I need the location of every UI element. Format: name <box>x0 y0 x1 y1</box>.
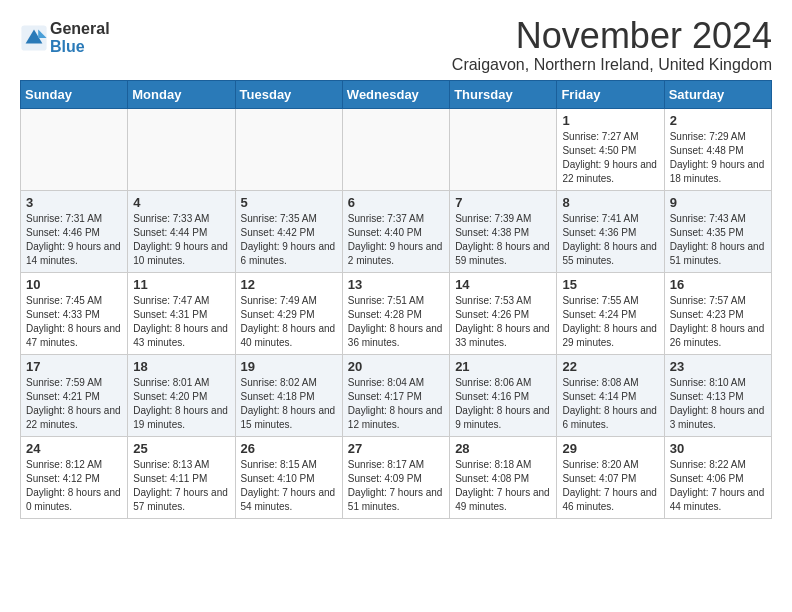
day-number: 2 <box>670 113 766 128</box>
table-row <box>128 108 235 190</box>
header: General Blue November 2024 Craigavon, No… <box>20 16 772 74</box>
table-row: 18Sunrise: 8:01 AM Sunset: 4:20 PM Dayli… <box>128 354 235 436</box>
title-block: November 2024 Craigavon, Northern Irelan… <box>452 16 772 74</box>
day-number: 27 <box>348 441 444 456</box>
table-row: 14Sunrise: 7:53 AM Sunset: 4:26 PM Dayli… <box>450 272 557 354</box>
day-number: 17 <box>26 359 122 374</box>
day-info: Sunrise: 7:49 AM Sunset: 4:29 PM Dayligh… <box>241 294 337 350</box>
table-row <box>342 108 449 190</box>
day-number: 18 <box>133 359 229 374</box>
day-info: Sunrise: 7:37 AM Sunset: 4:40 PM Dayligh… <box>348 212 444 268</box>
day-info: Sunrise: 8:13 AM Sunset: 4:11 PM Dayligh… <box>133 458 229 514</box>
day-info: Sunrise: 7:51 AM Sunset: 4:28 PM Dayligh… <box>348 294 444 350</box>
day-number: 19 <box>241 359 337 374</box>
logo-blue-text: Blue <box>50 38 110 56</box>
table-row: 30Sunrise: 8:22 AM Sunset: 4:06 PM Dayli… <box>664 436 771 518</box>
calendar-week-5: 24Sunrise: 8:12 AM Sunset: 4:12 PM Dayli… <box>21 436 772 518</box>
location-title: Craigavon, Northern Ireland, United King… <box>452 56 772 74</box>
day-number: 5 <box>241 195 337 210</box>
day-info: Sunrise: 8:08 AM Sunset: 4:14 PM Dayligh… <box>562 376 658 432</box>
table-row: 11Sunrise: 7:47 AM Sunset: 4:31 PM Dayli… <box>128 272 235 354</box>
day-number: 4 <box>133 195 229 210</box>
table-row: 2Sunrise: 7:29 AM Sunset: 4:48 PM Daylig… <box>664 108 771 190</box>
day-info: Sunrise: 7:29 AM Sunset: 4:48 PM Dayligh… <box>670 130 766 186</box>
day-info: Sunrise: 8:22 AM Sunset: 4:06 PM Dayligh… <box>670 458 766 514</box>
calendar-week-4: 17Sunrise: 7:59 AM Sunset: 4:21 PM Dayli… <box>21 354 772 436</box>
day-info: Sunrise: 8:20 AM Sunset: 4:07 PM Dayligh… <box>562 458 658 514</box>
day-number: 24 <box>26 441 122 456</box>
table-row: 16Sunrise: 7:57 AM Sunset: 4:23 PM Dayli… <box>664 272 771 354</box>
day-number: 7 <box>455 195 551 210</box>
day-number: 3 <box>26 195 122 210</box>
day-info: Sunrise: 7:27 AM Sunset: 4:50 PM Dayligh… <box>562 130 658 186</box>
day-info: Sunrise: 7:41 AM Sunset: 4:36 PM Dayligh… <box>562 212 658 268</box>
day-info: Sunrise: 8:01 AM Sunset: 4:20 PM Dayligh… <box>133 376 229 432</box>
table-row: 26Sunrise: 8:15 AM Sunset: 4:10 PM Dayli… <box>235 436 342 518</box>
col-friday: Friday <box>557 80 664 108</box>
month-title: November 2024 <box>452 16 772 56</box>
day-info: Sunrise: 8:06 AM Sunset: 4:16 PM Dayligh… <box>455 376 551 432</box>
logo: General Blue <box>20 20 110 55</box>
table-row: 10Sunrise: 7:45 AM Sunset: 4:33 PM Dayli… <box>21 272 128 354</box>
logo-general-text: General <box>50 20 110 38</box>
day-info: Sunrise: 7:55 AM Sunset: 4:24 PM Dayligh… <box>562 294 658 350</box>
table-row <box>235 108 342 190</box>
day-number: 1 <box>562 113 658 128</box>
col-sunday: Sunday <box>21 80 128 108</box>
day-info: Sunrise: 8:12 AM Sunset: 4:12 PM Dayligh… <box>26 458 122 514</box>
table-row <box>21 108 128 190</box>
day-info: Sunrise: 7:53 AM Sunset: 4:26 PM Dayligh… <box>455 294 551 350</box>
calendar-week-2: 3Sunrise: 7:31 AM Sunset: 4:46 PM Daylig… <box>21 190 772 272</box>
col-wednesday: Wednesday <box>342 80 449 108</box>
day-number: 15 <box>562 277 658 292</box>
table-row: 15Sunrise: 7:55 AM Sunset: 4:24 PM Dayli… <box>557 272 664 354</box>
day-info: Sunrise: 7:35 AM Sunset: 4:42 PM Dayligh… <box>241 212 337 268</box>
day-number: 25 <box>133 441 229 456</box>
table-row: 13Sunrise: 7:51 AM Sunset: 4:28 PM Dayli… <box>342 272 449 354</box>
day-info: Sunrise: 8:17 AM Sunset: 4:09 PM Dayligh… <box>348 458 444 514</box>
table-row: 24Sunrise: 8:12 AM Sunset: 4:12 PM Dayli… <box>21 436 128 518</box>
day-number: 12 <box>241 277 337 292</box>
logo-text: General Blue <box>50 20 110 55</box>
day-number: 23 <box>670 359 766 374</box>
day-number: 16 <box>670 277 766 292</box>
day-number: 13 <box>348 277 444 292</box>
table-row: 28Sunrise: 8:18 AM Sunset: 4:08 PM Dayli… <box>450 436 557 518</box>
col-monday: Monday <box>128 80 235 108</box>
table-row: 17Sunrise: 7:59 AM Sunset: 4:21 PM Dayli… <box>21 354 128 436</box>
calendar-week-1: 1Sunrise: 7:27 AM Sunset: 4:50 PM Daylig… <box>21 108 772 190</box>
table-row: 27Sunrise: 8:17 AM Sunset: 4:09 PM Dayli… <box>342 436 449 518</box>
day-info: Sunrise: 7:39 AM Sunset: 4:38 PM Dayligh… <box>455 212 551 268</box>
table-row: 7Sunrise: 7:39 AM Sunset: 4:38 PM Daylig… <box>450 190 557 272</box>
table-row: 6Sunrise: 7:37 AM Sunset: 4:40 PM Daylig… <box>342 190 449 272</box>
day-number: 6 <box>348 195 444 210</box>
day-number: 22 <box>562 359 658 374</box>
day-info: Sunrise: 7:57 AM Sunset: 4:23 PM Dayligh… <box>670 294 766 350</box>
day-number: 21 <box>455 359 551 374</box>
table-row: 8Sunrise: 7:41 AM Sunset: 4:36 PM Daylig… <box>557 190 664 272</box>
calendar-week-3: 10Sunrise: 7:45 AM Sunset: 4:33 PM Dayli… <box>21 272 772 354</box>
col-saturday: Saturday <box>664 80 771 108</box>
day-number: 10 <box>26 277 122 292</box>
table-row: 20Sunrise: 8:04 AM Sunset: 4:17 PM Dayli… <box>342 354 449 436</box>
table-row: 5Sunrise: 7:35 AM Sunset: 4:42 PM Daylig… <box>235 190 342 272</box>
day-number: 20 <box>348 359 444 374</box>
table-row: 23Sunrise: 8:10 AM Sunset: 4:13 PM Dayli… <box>664 354 771 436</box>
table-row: 22Sunrise: 8:08 AM Sunset: 4:14 PM Dayli… <box>557 354 664 436</box>
day-info: Sunrise: 8:10 AM Sunset: 4:13 PM Dayligh… <box>670 376 766 432</box>
col-thursday: Thursday <box>450 80 557 108</box>
col-tuesday: Tuesday <box>235 80 342 108</box>
day-number: 11 <box>133 277 229 292</box>
day-number: 8 <box>562 195 658 210</box>
day-info: Sunrise: 7:59 AM Sunset: 4:21 PM Dayligh… <box>26 376 122 432</box>
table-row: 19Sunrise: 8:02 AM Sunset: 4:18 PM Dayli… <box>235 354 342 436</box>
table-row: 12Sunrise: 7:49 AM Sunset: 4:29 PM Dayli… <box>235 272 342 354</box>
day-info: Sunrise: 8:02 AM Sunset: 4:18 PM Dayligh… <box>241 376 337 432</box>
day-info: Sunrise: 7:43 AM Sunset: 4:35 PM Dayligh… <box>670 212 766 268</box>
day-number: 30 <box>670 441 766 456</box>
day-number: 29 <box>562 441 658 456</box>
day-info: Sunrise: 7:45 AM Sunset: 4:33 PM Dayligh… <box>26 294 122 350</box>
table-row: 9Sunrise: 7:43 AM Sunset: 4:35 PM Daylig… <box>664 190 771 272</box>
day-info: Sunrise: 7:47 AM Sunset: 4:31 PM Dayligh… <box>133 294 229 350</box>
calendar-table: Sunday Monday Tuesday Wednesday Thursday… <box>20 80 772 519</box>
